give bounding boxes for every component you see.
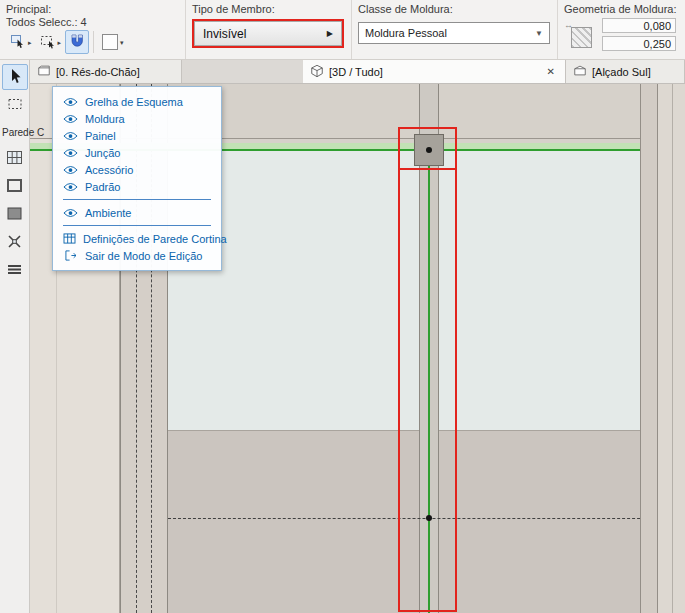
eye-icon (63, 148, 78, 158)
eye-icon (63, 97, 78, 107)
frame-geometry-section: Geometria de Moldura: ↔ 0,080 0,250 (558, 0, 685, 59)
chevron-down-icon: ▼ (535, 29, 543, 38)
panel-tool-icon (6, 205, 23, 224)
grid-tool-icon (6, 149, 23, 168)
tab-3d-view[interactable]: [3D / Tudo] ✕ (303, 60, 566, 83)
menu-item-label: Grelha de Esquema (85, 96, 183, 108)
frame-class-combobox[interactable]: Moldura Pessoal ▼ (358, 22, 550, 44)
marquee-icon (40, 33, 56, 51)
member-type-label: Tipo de Membro: (192, 3, 345, 15)
menu-item-default[interactable]: Padrão (53, 178, 221, 195)
magnet-icon (69, 33, 85, 51)
eye-icon (63, 208, 78, 218)
member-type-section: Tipo de Membro: Invisível ▶ (186, 0, 352, 59)
floor-plan-icon (37, 64, 51, 79)
tab-label: [0. Rés-do-Chão] (56, 66, 140, 78)
accessory-tool-icon (6, 261, 23, 280)
frame-depth-value: 0,250 (643, 38, 671, 50)
3d-view-icon (310, 64, 324, 80)
tab-label: [3D / Tudo] (329, 66, 383, 78)
right-wall-edge-line (672, 84, 673, 613)
frame-class-section: Classe de Moldura: Moldura Pessoal ▼ (352, 0, 558, 59)
eye-icon (63, 131, 78, 141)
tab-floor-plan[interactable]: [0. Rés-do-Chão] (30, 60, 182, 83)
member-type-value: Invisível (203, 27, 327, 41)
arrow-cursor-icon (7, 68, 23, 86)
menu-item-label: Moldura (85, 113, 125, 125)
frame-geometry-label: Geometria de Moldura: (564, 3, 679, 15)
menu-item-exit-edit-mode[interactable]: Sair de Modo de Edição (53, 247, 221, 264)
scheme-grid-tool-button[interactable] (2, 145, 28, 171)
flyout-arrow-icon: ▶ (327, 29, 333, 38)
top-toolbar: Principal: Todos Selecc.: 4 ▸ ▸ (0, 0, 685, 60)
menu-item-label: Sair de Modo de Edição (85, 250, 202, 262)
frame-class-value: Moldura Pessoal (365, 27, 535, 39)
frame-class-label: Classe de Moldura: (358, 3, 551, 15)
menu-item-label: Definições de Parede Cortina (83, 233, 227, 245)
frame-tool-icon (6, 177, 23, 196)
highlight-box-joint (398, 127, 457, 170)
flyout-arrow-icon: ▸ (58, 39, 62, 46)
frame-depth-field[interactable]: 0,250 (602, 36, 676, 51)
highlight-box-tall (398, 127, 457, 612)
marquee-icon (7, 96, 23, 114)
dropdown-arrow-icon: ▾ (120, 39, 124, 46)
menu-item-accessory[interactable]: Acessório (53, 161, 221, 178)
selection-count: Todos Selecc.: 4 (6, 16, 179, 28)
menu-item-label: Acessório (85, 164, 133, 176)
frame-width-value: 0,080 (643, 20, 671, 32)
menu-separator (63, 199, 211, 200)
curtain-wall-edit-menu: Grelha de Esquema Moldura Painel Junção … (52, 86, 222, 271)
tab-label: [Alçado Sul] (592, 66, 651, 78)
arrow-tool-button[interactable] (2, 64, 28, 90)
junction-tool-icon (6, 233, 23, 252)
marquee-tool-button-side[interactable] (2, 92, 28, 118)
toolbox-group-label: Parede C (0, 127, 44, 138)
toolbox-sidebar: Parede C (0, 60, 30, 613)
eye-icon (63, 114, 78, 124)
menu-item-settings[interactable]: Definições de Parede Cortina (53, 230, 221, 247)
right-column (640, 84, 658, 613)
principal-section: Principal: Todos Selecc.: 4 ▸ ▸ (0, 0, 186, 59)
eye-icon (63, 182, 78, 192)
selection-window-icon (10, 33, 26, 51)
accessory-tool-button[interactable] (2, 257, 28, 283)
member-type-dropdown[interactable]: Invisível ▶ (194, 21, 342, 46)
tabbar-spacer (182, 60, 303, 83)
menu-item-junction[interactable]: Junção (53, 144, 221, 161)
principal-label: Principal: (6, 3, 179, 15)
surface-swatch-button[interactable]: ▾ (98, 30, 128, 54)
menu-item-label: Ambiente (85, 207, 131, 219)
magnet-toggle-button[interactable] (65, 30, 89, 54)
principal-buttons: ▸ ▸ ▾ (6, 30, 179, 54)
menu-separator (63, 225, 211, 226)
menu-item-label: Junção (85, 147, 120, 159)
table-icon (63, 233, 76, 244)
frame-width-field[interactable]: 0,080 (602, 18, 676, 33)
view-tabbar: [0. Rés-do-Chão] [3D / Tudo] ✕ [Alçado S… (30, 60, 685, 84)
menu-item-label: Painel (85, 130, 116, 142)
close-icon[interactable]: ✕ (544, 66, 558, 77)
eye-icon (63, 165, 78, 175)
menu-item-environment[interactable]: Ambiente (53, 204, 221, 221)
swatch-icon (102, 34, 118, 50)
elevation-icon (573, 64, 587, 79)
selection-tool-button[interactable]: ▸ (6, 30, 36, 54)
junction-tool-button[interactable] (2, 229, 28, 255)
marquee-tool-button[interactable]: ▸ (36, 30, 66, 54)
flyout-arrow-icon: ▸ (28, 39, 32, 46)
menu-item-frame[interactable]: Moldura (53, 110, 221, 127)
toolbar-divider (93, 31, 94, 53)
menu-item-scheme-grid[interactable]: Grelha de Esquema (53, 93, 221, 110)
frame-tool-button[interactable] (2, 173, 28, 199)
exit-icon (63, 250, 78, 261)
panel-tool-button[interactable] (2, 201, 28, 227)
menu-item-label: Padrão (85, 181, 120, 193)
frame-geometry-icon: ↔ (564, 18, 594, 50)
tab-elevation[interactable]: [Alçado Sul] (566, 60, 685, 83)
menu-item-panel[interactable]: Painel (53, 127, 221, 144)
